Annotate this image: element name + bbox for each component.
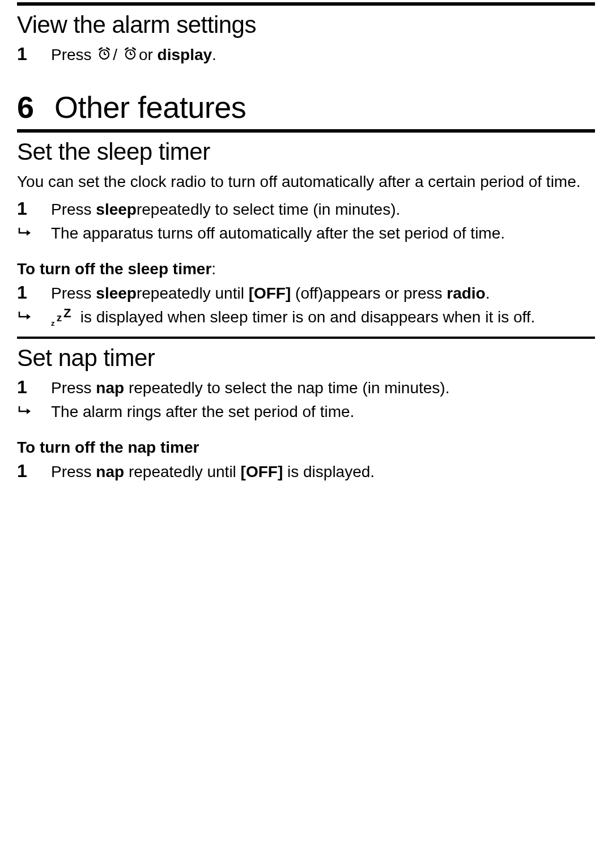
result-arrow-icon <box>17 223 51 241</box>
text: repeatedly until <box>137 284 249 302</box>
text: Press <box>51 284 96 302</box>
step-number: 1 <box>17 43 51 65</box>
subheading-turn-off-nap: To turn off the nap timer <box>17 439 595 457</box>
sleep-step-1: 1 Press sleeprepeatedly to select time (… <box>17 198 595 220</box>
alarm-icon-1 <box>97 45 112 67</box>
nap-result-1: The alarm rings after the set period of … <box>17 401 595 423</box>
svg-line-9 <box>133 48 135 49</box>
text: Press <box>51 201 96 218</box>
heading-sleep-timer: Set the sleep timer <box>17 138 595 165</box>
text-off: [OFF] <box>241 463 283 480</box>
nap-step-1: 1 Press nap repeatedly to select the nap… <box>17 376 595 399</box>
text: . <box>486 284 490 302</box>
rule-top <box>17 2 595 6</box>
sleep-off-result: z z Z is displayed when sleep timer is o… <box>17 307 595 328</box>
z3: Z <box>63 305 71 322</box>
rule-chapter <box>17 129 595 133</box>
step-number: 1 <box>17 282 51 303</box>
text-slash: / <box>113 46 117 63</box>
result-arrow-icon <box>17 401 51 419</box>
text-sleep: sleep <box>96 284 137 302</box>
subheading-text: To turn off the sleep timer <box>17 260 211 278</box>
step-number: 1 <box>17 460 51 482</box>
subheading-turn-off-sleep: To turn off the sleep timer: <box>17 260 595 278</box>
view-alarm-step-1: 1 Press / or display. <box>17 43 595 67</box>
step-text: Press sleeprepeatedly until [OFF] (off)a… <box>51 282 490 304</box>
subheading-colon: : <box>211 260 216 278</box>
text-off: [OFF] <box>249 284 291 302</box>
step-text: Press nap repeatedly until [OFF] is disp… <box>51 460 375 483</box>
chapter-heading: 6 Other features <box>17 90 595 125</box>
heading-view-alarm: View the alarm settings <box>17 11 595 39</box>
sleep-intro: You can set the clock radio to turn off … <box>17 171 595 193</box>
step-text: Press / or display. <box>51 43 216 67</box>
z1: z <box>51 318 55 329</box>
text-period: . <box>212 46 216 63</box>
chapter-number: 6 <box>17 90 34 125</box>
text-display: display <box>158 46 212 63</box>
text: is displayed. <box>283 463 375 480</box>
step-number: 1 <box>17 198 51 219</box>
result-text: The apparatus turns off automatically af… <box>51 223 505 244</box>
chapter-title: Other features <box>54 90 246 125</box>
text: is displayed when sleep timer is on and … <box>76 308 535 326</box>
svg-line-4 <box>107 48 109 49</box>
sleep-off-step-1: 1 Press sleeprepeatedly until [OFF] (off… <box>17 282 595 304</box>
svg-line-3 <box>100 48 102 49</box>
sleep-result-1: The apparatus turns off automatically af… <box>17 223 595 244</box>
text-press: Press <box>51 46 92 63</box>
result-arrow-icon <box>17 307 51 325</box>
text: repeatedly to select the nap time (in mi… <box>124 379 449 397</box>
text: (off)appears or press <box>291 284 447 302</box>
step-text: Press sleeprepeatedly to select time (in… <box>51 198 400 220</box>
text-or: or <box>139 46 158 63</box>
text: repeatedly until <box>124 463 240 480</box>
step-number: 1 <box>17 376 51 398</box>
text: Press <box>51 463 96 480</box>
heading-nap-timer: Set nap timer <box>17 344 595 372</box>
text-nap: nap <box>96 379 124 397</box>
svg-line-8 <box>125 48 128 49</box>
text: Press <box>51 379 96 397</box>
result-text: z z Z is displayed when sleep timer is o… <box>51 307 535 328</box>
text: repeatedly to select time (in minutes). <box>137 201 400 218</box>
step-text: Press nap repeatedly to select the nap t… <box>51 376 449 399</box>
text-sleep: sleep <box>96 201 137 218</box>
text-nap: nap <box>96 463 124 480</box>
zzz-icon: z z Z <box>51 310 74 326</box>
result-text: The alarm rings after the set period of … <box>51 401 354 423</box>
nap-off-step-1: 1 Press nap repeatedly until [OFF] is di… <box>17 460 595 483</box>
alarm-icon-2 <box>123 45 138 67</box>
text-radio: radio <box>447 284 485 302</box>
rule-nap <box>17 337 595 339</box>
z2: z <box>57 311 62 325</box>
